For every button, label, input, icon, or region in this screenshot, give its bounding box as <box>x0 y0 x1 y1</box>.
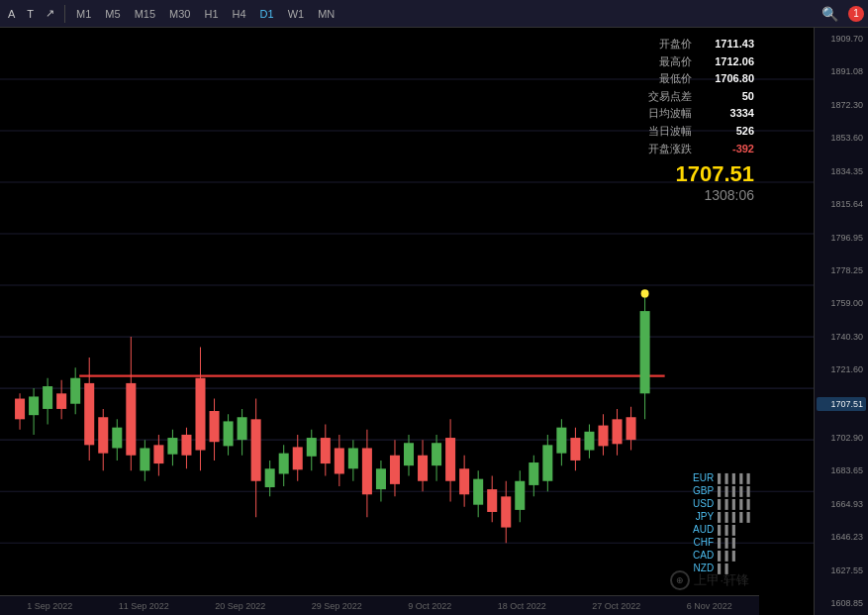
tf-m15[interactable]: M15 <box>130 6 160 22</box>
svg-rect-32 <box>153 445 163 463</box>
svg-rect-54 <box>307 438 317 457</box>
price-7: 1796.95 <box>817 232 866 245</box>
info-panel: 开盘价 1711.43 最高价 1712.06 最低价 1706.80 交易点差… <box>648 36 754 203</box>
price-2: 1891.08 <box>817 65 866 78</box>
price-10: 1740.30 <box>817 331 866 344</box>
tf-d1[interactable]: D1 <box>255 6 279 22</box>
current-price-display: 1707.51 <box>648 161 754 187</box>
currency-gbp: GBP ▌▌▌▌▌ <box>686 485 754 496</box>
svg-rect-80 <box>487 489 497 512</box>
price-17: 1608.85 <box>817 597 866 610</box>
svg-rect-72 <box>432 443 441 465</box>
svg-rect-38 <box>195 378 205 451</box>
svg-rect-86 <box>529 462 538 485</box>
open-label: 开盘价 <box>659 36 692 53</box>
price-4: 1853.60 <box>817 132 866 145</box>
price-3: 1872.30 <box>817 99 866 112</box>
price-13: 1683.65 <box>817 464 866 477</box>
price-15: 1646.23 <box>817 531 866 544</box>
svg-rect-98 <box>613 419 623 444</box>
currency-chf-bars: ▌▌▌ <box>718 538 739 548</box>
price-1: 1909.70 <box>817 33 866 46</box>
price-12: 1702.90 <box>817 432 866 445</box>
currency-usd: USD ▌▌▌▌▌ <box>686 498 754 509</box>
currency-jpy: JPY ▌▌▌▌▌ <box>686 511 754 522</box>
tf-h1[interactable]: H1 <box>199 6 223 22</box>
svg-rect-42 <box>224 421 234 446</box>
search-icon[interactable]: 🔍 <box>816 4 844 24</box>
tf-w1[interactable]: W1 <box>283 6 310 22</box>
change-value: -392 <box>700 141 754 158</box>
currency-nzd-label: NZD <box>686 563 714 573</box>
tf-h4[interactable]: H4 <box>228 6 251 22</box>
currency-jpy-label: JPY <box>686 511 714 522</box>
svg-rect-20 <box>70 378 80 404</box>
price-16: 1627.55 <box>817 564 866 577</box>
svg-rect-78 <box>473 479 483 505</box>
currency-aud-label: AUD <box>686 524 714 535</box>
date-5: 9 Oct 2022 <box>408 601 451 611</box>
currency-chf: CHF ▌▌▌ <box>686 537 754 548</box>
currency-panel: EUR ▌▌▌▌▌ GBP ▌▌▌▌▌ USD ▌▌▌▌▌ JPY ▌▌▌▌▌ … <box>686 472 754 575</box>
price-current: 1707.51 <box>817 397 866 412</box>
price-5: 1834.35 <box>817 165 866 178</box>
notification-badge[interactable]: 1 <box>848 6 864 22</box>
tool-a[interactable]: A <box>4 6 19 22</box>
date-3: 20 Sep 2022 <box>215 601 265 611</box>
low-value: 1706.80 <box>700 70 754 88</box>
svg-rect-70 <box>418 456 428 481</box>
svg-rect-18 <box>56 393 66 409</box>
currency-cad-label: CAD <box>686 550 714 561</box>
date-6: 18 Oct 2022 <box>498 601 546 611</box>
date-axis: 1 Sep 2022 11 Sep 2022 20 Sep 2022 29 Se… <box>0 595 759 615</box>
date-1: 1 Sep 2022 <box>27 601 72 611</box>
tf-m30[interactable]: M30 <box>164 6 195 22</box>
currency-eur-bars: ▌▌▌▌▌ <box>718 473 754 483</box>
tool-t[interactable]: T <box>23 6 38 22</box>
svg-rect-94 <box>584 432 594 451</box>
date-2: 11 Sep 2022 <box>119 601 169 611</box>
currency-gbp-bars: ▌▌▌▌▌ <box>718 486 754 496</box>
low-label: 最低价 <box>659 70 692 88</box>
high-label: 最高价 <box>659 53 692 71</box>
tf-m1[interactable]: M1 <box>71 6 96 22</box>
svg-rect-56 <box>321 438 331 463</box>
currency-aud-bars: ▌▌▌ <box>718 525 739 535</box>
today-range-label: 当日波幅 <box>648 123 692 141</box>
tool-arrow[interactable]: ↗ <box>42 5 58 22</box>
svg-rect-96 <box>598 426 608 447</box>
currency-usd-bars: ▌▌▌▌▌ <box>718 499 754 509</box>
spread-label: 交易点差 <box>648 88 692 106</box>
price-axis: 1909.70 1891.08 1872.30 1853.60 1834.35 … <box>814 28 868 615</box>
svg-rect-50 <box>279 454 289 474</box>
svg-rect-76 <box>459 468 469 494</box>
svg-rect-62 <box>362 448 372 494</box>
currency-eur-label: EUR <box>686 472 714 483</box>
date-4: 29 Sep 2022 <box>312 601 362 611</box>
separator-1 <box>64 5 65 23</box>
svg-rect-30 <box>140 448 149 470</box>
current-time-display: 1308:06 <box>648 187 754 203</box>
svg-rect-58 <box>335 448 344 473</box>
currency-gbp-label: GBP <box>686 485 714 496</box>
svg-rect-36 <box>181 435 191 456</box>
price-11: 1721.60 <box>817 363 866 376</box>
toolbar: A T ↗ M1 M5 M15 M30 H1 H4 D1 W1 MN 🔍 1 <box>0 0 868 28</box>
svg-rect-12 <box>15 399 25 420</box>
svg-rect-66 <box>390 456 400 484</box>
currency-cad: CAD ▌▌▌ <box>686 550 754 561</box>
chart-main: 开盘价 1711.43 最高价 1712.06 最低价 1706.80 交易点差… <box>0 28 814 615</box>
daily-range-value: 3334 <box>700 105 754 123</box>
tf-m5[interactable]: M5 <box>100 6 125 22</box>
tf-mn[interactable]: MN <box>313 6 339 22</box>
svg-rect-88 <box>542 445 552 480</box>
svg-rect-24 <box>98 417 108 453</box>
currency-nzd-bars: ▌▌ <box>718 564 732 573</box>
svg-rect-82 <box>501 496 511 527</box>
svg-rect-40 <box>210 411 220 442</box>
svg-rect-100 <box>627 417 636 440</box>
price-8: 1778.25 <box>817 264 866 277</box>
change-label: 开盘涨跌 <box>648 141 692 158</box>
date-8: 6 Nov 2022 <box>687 601 732 611</box>
currency-eur: EUR ▌▌▌▌▌ <box>686 472 754 483</box>
